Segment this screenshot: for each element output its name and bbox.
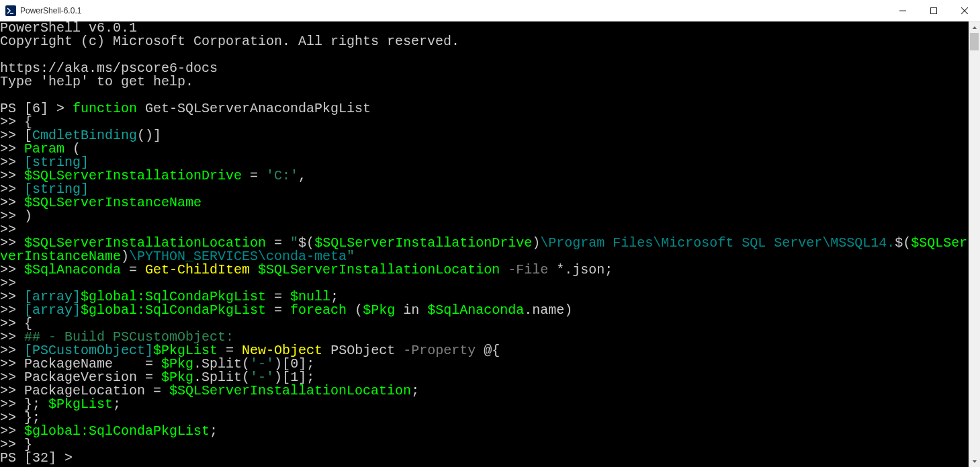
variable: $SQLServerInstallationLocation (169, 383, 411, 398)
variable: $global:SqlCondaPkgList (81, 302, 266, 318)
terminal-area: PowerShell v6.0.1 Copyright (c) Microsof… (0, 22, 980, 467)
window-title: PowerShell-6.0.1 (20, 6, 81, 15)
type-name: PSObject (322, 343, 395, 358)
operator: = (266, 302, 290, 318)
semicolon: ; (210, 423, 218, 439)
svg-marker-6 (973, 26, 977, 29)
close-button[interactable] (949, 0, 980, 21)
variable: $SQLSer (911, 235, 967, 251)
help-hint: Type 'help' to get help. (0, 74, 193, 89)
variable: $SqlAnaconda (427, 302, 524, 318)
terminal-output[interactable]: PowerShell v6.0.1 Copyright (c) Microsof… (0, 22, 969, 467)
variable: $SqlAnaconda (16, 262, 121, 278)
subexpr-close: ) (532, 235, 540, 251)
maximize-button[interactable] (918, 0, 949, 21)
paren: ) (16, 208, 32, 224)
path-literal: \Program Files\Microsoft SQL Server\MSSQ… (540, 235, 895, 251)
function-name: Get-SQLServerAnacondaPkgList (137, 101, 371, 116)
operator: = (121, 262, 145, 278)
variable: $PkgList (48, 396, 113, 412)
vertical-scrollbar[interactable] (969, 22, 980, 467)
semicolon: ; (411, 383, 419, 398)
member-access: .name) (524, 302, 572, 318)
svg-marker-7 (973, 460, 977, 463)
variable: $SQLServerInstallationLocation (250, 262, 500, 278)
window-controls (887, 0, 980, 21)
scrollbar-arrow-down-icon[interactable] (969, 456, 980, 467)
bracket: ()] (137, 128, 161, 143)
scrollbar-arrow-up-icon[interactable] (969, 22, 980, 33)
scrollbar-track[interactable] (969, 22, 980, 467)
hashtable-open: @{ (476, 343, 500, 358)
paren: ( (347, 302, 363, 318)
keyword-function: function (73, 101, 137, 116)
powershell-icon (5, 5, 16, 16)
string-literal: 'C:' (266, 168, 298, 183)
window-titlebar: PowerShell-6.0.1 (0, 0, 980, 22)
subexpr-open: $( (895, 235, 911, 251)
banner-line-2: Copyright (c) Microsoft Corporation. All… (0, 34, 459, 49)
variable: $global:SqlCondaPkgList (16, 423, 210, 439)
flag: -Property (395, 343, 476, 358)
keyword-foreach: foreach (290, 302, 347, 318)
svg-rect-3 (931, 7, 937, 13)
cmdlet: Get-ChildItem (145, 262, 250, 278)
variable: $SQLServerInstanceName (16, 195, 202, 210)
scrollbar-thumb[interactable] (970, 33, 979, 50)
flag: -File (500, 262, 548, 278)
comma: , (298, 168, 306, 183)
operator: = (242, 168, 266, 183)
prompt: PS [32] > (0, 450, 73, 466)
keyword-in: in (395, 302, 427, 318)
glob: *.json; (548, 262, 613, 278)
semicolon: ; (113, 396, 121, 412)
minimize-button[interactable] (887, 0, 918, 21)
variable: $Pkg (363, 302, 395, 318)
